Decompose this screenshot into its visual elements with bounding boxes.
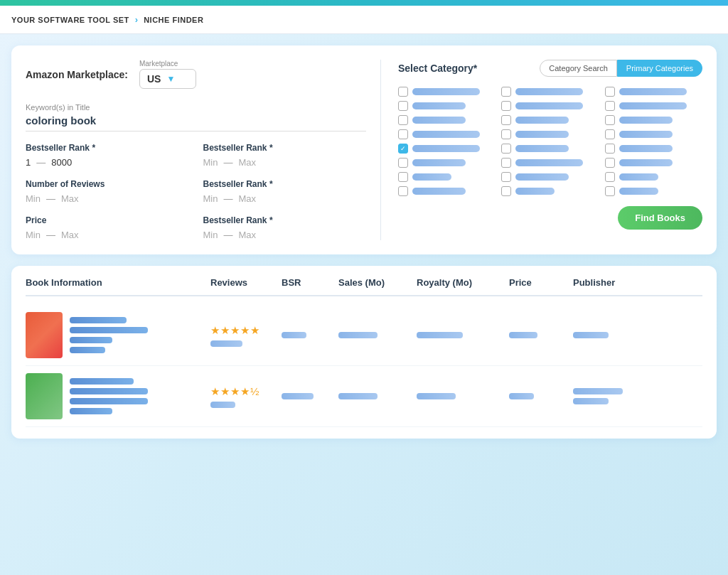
- publisher-bar2: [573, 398, 609, 404]
- list-item: [501, 101, 599, 111]
- reviews-cell: ★★★★½: [210, 385, 282, 408]
- find-books-button[interactable]: Find Books: [618, 206, 702, 230]
- list-item: [605, 129, 702, 139]
- category-checkbox[interactable]: [501, 101, 511, 111]
- tab-primary-categories[interactable]: Primary Categories: [617, 60, 702, 77]
- category-label-bar: [619, 117, 673, 124]
- category-label-bar: [412, 173, 451, 181]
- filter-bsr1-max: 8000: [51, 157, 72, 168]
- category-checkbox[interactable]: [501, 87, 511, 97]
- sales-bar: [338, 393, 378, 399]
- star-rating: ★★★★★: [210, 324, 282, 337]
- sales-bar: [338, 332, 378, 338]
- list-item: [398, 172, 496, 182]
- book-text-lines: [70, 378, 148, 414]
- category-checkbox[interactable]: [605, 172, 615, 182]
- price-cell: [509, 393, 573, 399]
- book-info-bar: [70, 337, 112, 343]
- filter-bsr2: Bestseller Rank * Min — Max: [203, 143, 367, 168]
- category-checkbox[interactable]: [605, 186, 615, 196]
- category-grid: [398, 87, 702, 196]
- col-publisher: Publisher: [573, 277, 651, 288]
- category-label-bar: [412, 188, 466, 195]
- filter-reviews-label: Number of Reviews: [26, 179, 189, 189]
- category-checkbox[interactable]: [398, 172, 408, 182]
- list-item: [501, 144, 599, 154]
- filter-bsr4-max: Max: [238, 230, 256, 240]
- price-bar: [509, 332, 537, 338]
- list-item: [605, 144, 702, 154]
- category-checkbox[interactable]: [398, 87, 408, 97]
- category-checkbox[interactable]: [501, 186, 511, 196]
- filter-bsr3-label: Bestseller Rank *: [203, 179, 367, 189]
- category-label-bar: [515, 188, 555, 195]
- royalty-cell: [417, 332, 509, 338]
- category-checkbox[interactable]: [501, 115, 511, 125]
- category-checkbox[interactable]: [605, 115, 615, 125]
- list-item: [501, 87, 599, 97]
- filter-bsr4-min: Min: [203, 230, 218, 240]
- filter-bsr1-range: 1 — 8000: [26, 157, 189, 168]
- list-item: [605, 186, 702, 196]
- category-checkbox[interactable]: [398, 101, 408, 111]
- list-item: [398, 158, 496, 168]
- category-checkbox[interactable]: [398, 115, 408, 125]
- category-checkbox[interactable]: [605, 101, 615, 111]
- find-books-row: Find Books: [398, 206, 702, 230]
- category-checkbox[interactable]: [501, 158, 511, 168]
- category-label-bar: [619, 131, 673, 138]
- list-item: [501, 158, 599, 168]
- marketplace-value: US: [147, 73, 161, 85]
- filter-grid: Bestseller Rank * 1 — 8000 Bestseller Ra…: [26, 143, 366, 240]
- keyword-label: Keyword(s) in Title: [26, 103, 366, 112]
- category-label-bar: [619, 145, 673, 152]
- search-card: Amazon Marketplace: Marketplace US ▼ Key…: [11, 45, 717, 254]
- filter-bsr1-label: Bestseller Rank *: [26, 143, 189, 153]
- tab-category-search[interactable]: Category Search: [540, 60, 617, 77]
- category-checkbox[interactable]: [398, 129, 408, 139]
- filter-bsr2-min: Min: [203, 157, 218, 168]
- price-cell: [509, 332, 573, 338]
- sales-cell: [338, 393, 417, 399]
- filter-price: Price Min — Max: [26, 215, 189, 240]
- category-checkbox[interactable]: [501, 172, 511, 182]
- category-checkbox[interactable]: [501, 144, 511, 154]
- category-checkbox[interactable]: [605, 158, 615, 168]
- star-rating: ★★★★½: [210, 385, 282, 398]
- category-checkbox[interactable]: [398, 186, 408, 196]
- list-item: [605, 158, 702, 168]
- category-label-bar: [515, 159, 583, 166]
- category-checkbox[interactable]: [605, 87, 615, 97]
- breadcrumb-current: NICHE FINDER: [144, 16, 203, 24]
- list-item: [398, 87, 496, 97]
- book-text-lines: [70, 317, 148, 353]
- filter-bsr2-range: Min — Max: [203, 157, 367, 168]
- category-checkbox[interactable]: [398, 158, 408, 168]
- list-item: [605, 87, 702, 97]
- category-checkbox-checked[interactable]: [398, 144, 408, 154]
- category-label-bar: [619, 159, 673, 166]
- list-item: [398, 129, 496, 139]
- category-checkbox[interactable]: [605, 144, 615, 154]
- category-label-bar: [412, 117, 466, 124]
- category-label-bar: [619, 173, 658, 181]
- filter-reviews-max: Max: [61, 193, 79, 204]
- marketplace-dropdown[interactable]: US ▼: [139, 69, 196, 89]
- reviews-cell: ★★★★★: [210, 324, 282, 347]
- dropdown-arrow-icon: ▼: [166, 74, 175, 84]
- col-sales: Sales (Mo): [338, 277, 417, 288]
- filter-bsr1: Bestseller Rank * 1 — 8000: [26, 143, 189, 168]
- category-label-bar: [515, 102, 583, 109]
- keyword-input[interactable]: [26, 114, 366, 131]
- col-bsr: BSR: [282, 277, 338, 288]
- royalty-cell: [417, 393, 509, 399]
- category-label-bar: [515, 131, 569, 138]
- table-row: ★★★★★: [26, 305, 702, 366]
- category-checkbox[interactable]: [605, 129, 615, 139]
- filter-bsr3-min: Min: [203, 193, 218, 204]
- book-extra-bar: [70, 347, 105, 353]
- header: YOUR SOFTWARE TOOL SET › NICHE FINDER: [0, 6, 728, 34]
- list-item: [605, 115, 702, 125]
- category-checkbox[interactable]: [501, 129, 511, 139]
- category-label-bar: [619, 188, 658, 195]
